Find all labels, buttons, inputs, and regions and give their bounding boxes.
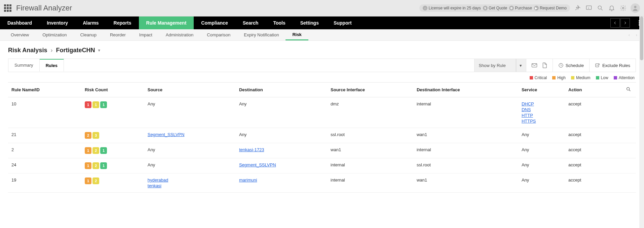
table-row[interactable]: 24121AnySegment_SSLVPNinternalssl.rootAn… <box>8 158 636 173</box>
sub-nav-impact[interactable]: Impact <box>132 29 159 40</box>
risk-badge[interactable]: 1 <box>85 177 91 184</box>
cell-source: Segment_SSLVPN <box>144 128 236 143</box>
cell-source: Any <box>144 143 236 158</box>
main-nav-tools[interactable]: Tools <box>266 17 293 29</box>
risk-badge[interactable]: 1 <box>85 147 91 154</box>
cell-risk-count: 23 <box>81 128 144 143</box>
license-expire-pill[interactable]: ⌂ License will expire in 25 days <box>423 6 481 10</box>
sub-nav-cleanup[interactable]: Cleanup <box>73 29 103 40</box>
service-value[interactable]: HTTPS <box>522 119 562 124</box>
tab-rules[interactable]: Rules <box>40 59 64 71</box>
pdf-icon[interactable] <box>541 62 548 68</box>
tab-summary[interactable]: Summary <box>8 59 40 71</box>
cell-source-value[interactable]: Segment_SSLVPN <box>148 132 232 137</box>
risk-badge[interactable]: 2 <box>92 147 99 154</box>
col-service[interactable]: Service <box>518 83 565 97</box>
get-quote-pill[interactable]: $ Get Quote <box>483 6 507 10</box>
risk-badge[interactable]: 1 <box>100 101 107 108</box>
toolbar: SummaryRules Show by Rule ▾ Schedule Exc… <box>8 59 636 72</box>
main-nav-settings[interactable]: Settings <box>293 17 326 29</box>
nav-prev-button[interactable] <box>610 18 620 28</box>
col-destination-interface[interactable]: Destination Interface <box>413 83 518 97</box>
service-value[interactable]: DNS <box>522 107 562 112</box>
cell-destination-value[interactable]: marimuni <box>239 177 324 183</box>
rocket-icon[interactable] <box>573 4 581 12</box>
sub-nav-reorder[interactable]: Reorder <box>103 29 132 40</box>
apps-grid-icon[interactable] <box>4 4 11 12</box>
mail-icon[interactable] <box>531 62 538 68</box>
table-row[interactable]: 2123Segment_SSLVPNAnyssl.rootwan1Anyacce… <box>8 128 636 143</box>
main-nav-search[interactable]: Search <box>235 17 266 29</box>
sub-nav-overview[interactable]: Overview <box>4 29 36 40</box>
show-by-dropdown[interactable]: Show by Rule ▾ <box>474 59 526 72</box>
purchase-pill[interactable]: ⊕ Purchase <box>509 6 532 10</box>
risk-badge[interactable]: 1 <box>92 101 99 108</box>
service-value[interactable]: DHCP <box>522 101 562 106</box>
dollar-icon: $ <box>483 6 488 10</box>
risk-badge[interactable]: 1 <box>85 162 91 169</box>
cell-empty <box>608 97 636 128</box>
sub-nav-comparison[interactable]: Comparison <box>200 29 237 40</box>
sub-nav-optimization[interactable]: Optimization <box>36 29 73 40</box>
col-risk-count[interactable]: Risk Count <box>81 83 144 97</box>
cell-source-value[interactable]: hyderabad <box>148 177 232 183</box>
caret-down-icon: ▾ <box>516 59 522 72</box>
col-source-interface[interactable]: Source Interface <box>327 83 413 97</box>
bell-icon[interactable] <box>608 4 616 12</box>
cell-destination-value[interactable]: tenkasi-1723 <box>239 147 324 152</box>
request-demo-pill[interactable]: ▶ Request Demo <box>534 6 567 10</box>
cell-empty <box>608 173 636 193</box>
col-rule-name-id[interactable]: Rule Name/ID <box>8 83 81 97</box>
col-source[interactable]: Source <box>144 83 236 97</box>
cell-source-value[interactable]: tenkasi <box>148 183 232 188</box>
gear-icon[interactable] <box>619 4 627 12</box>
sub-nav-administration[interactable]: Administration <box>159 29 200 40</box>
main-nav-inventory[interactable]: Inventory <box>39 17 75 29</box>
table-row[interactable]: 1912hyderabadtenkasimarimuniinternalwan1… <box>8 173 636 193</box>
rules-table: Rule Name/IDRisk CountSourceDestinationS… <box>8 82 636 193</box>
cart-icon: ⊕ <box>509 6 514 10</box>
cell-service: Any <box>518 128 565 143</box>
breadcrumb-root[interactable]: Risk Analysis <box>8 47 47 54</box>
main-nav-dashboard[interactable]: Dashboard <box>0 17 39 29</box>
risk-badge[interactable]: 2 <box>92 177 99 184</box>
clock-icon <box>558 63 564 68</box>
service-value[interactable]: HTTP <box>522 113 562 118</box>
presentation-icon[interactable] <box>585 4 593 12</box>
svg-point-11 <box>627 88 630 90</box>
sub-nav-risk[interactable]: Risk <box>286 29 308 40</box>
cell-dst-interface: internal <box>413 143 518 158</box>
cell-destination: marimuni <box>236 173 327 193</box>
cell-action: accept <box>565 158 608 173</box>
risk-badge[interactable]: 2 <box>92 162 99 169</box>
main-nav-support[interactable]: Support <box>326 17 359 29</box>
subnav-prev-icon[interactable]: ‹ <box>626 32 633 38</box>
risk-badge[interactable]: 3 <box>92 132 99 139</box>
search-icon[interactable] <box>596 4 604 12</box>
cell-service: DHCPDNSHTTPHTTPS <box>518 97 565 128</box>
risk-badge[interactable]: 1 <box>100 162 107 169</box>
main-nav-rule-management[interactable]: Rule Management <box>139 17 194 29</box>
subnav-next-icon[interactable]: › <box>633 32 640 38</box>
sub-nav-expiry-notification[interactable]: Expiry Notification <box>237 29 286 40</box>
main-nav-reports[interactable]: Reports <box>106 17 139 29</box>
col-action[interactable]: Action <box>565 83 608 97</box>
table-row[interactable]: 2121Anytenkasi-1723wan1internalAnyaccept <box>8 143 636 158</box>
risk-badge[interactable]: 1 <box>85 101 91 108</box>
table-search-button[interactable] <box>608 83 636 97</box>
cell-source-value: Any <box>148 101 232 106</box>
main-nav-compliance[interactable]: Compliance <box>194 17 235 29</box>
main-nav-alarms[interactable]: Alarms <box>75 17 106 29</box>
cell-destination-value[interactable]: Segment_SSLVPN <box>239 162 324 167</box>
user-avatar[interactable] <box>631 3 640 13</box>
svg-rect-1 <box>586 6 592 9</box>
risk-badge[interactable]: 1 <box>100 147 107 154</box>
schedule-button[interactable]: Schedule <box>553 59 590 72</box>
nav-next-button[interactable] <box>620 18 630 28</box>
exclude-rules-button[interactable]: Exclude Rules <box>590 59 636 72</box>
risk-badge[interactable]: 2 <box>85 132 91 139</box>
vertical-scrollbar[interactable] <box>639 17 644 193</box>
breadcrumb-dropdown-icon[interactable]: ▾ <box>98 48 100 53</box>
col-destination[interactable]: Destination <box>236 83 327 97</box>
table-row[interactable]: 10111AnyAnydmzinternalDHCPDNSHTTPHTTPSac… <box>8 97 636 128</box>
